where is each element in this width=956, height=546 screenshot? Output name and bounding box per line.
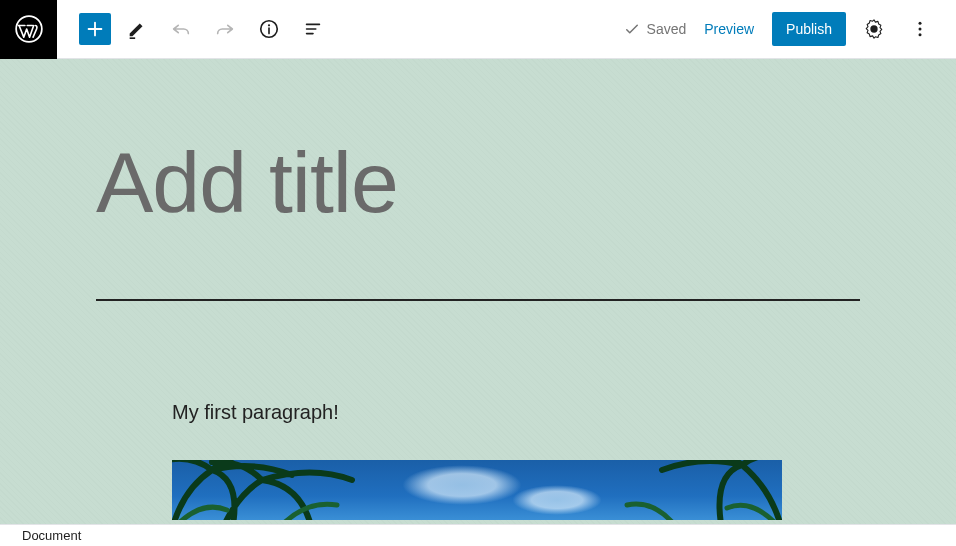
paragraph-block[interactable]: My first paragraph! [172, 401, 956, 424]
wordpress-logo[interactable] [0, 0, 57, 59]
preview-button[interactable]: Preview [696, 21, 762, 37]
svg-point-4 [919, 28, 922, 31]
editor-canvas[interactable]: Add title My first paragraph! [0, 59, 956, 524]
svg-point-2 [268, 24, 270, 26]
editor-toolbar: Saved Preview Publish [0, 0, 956, 59]
title-placeholder[interactable]: Add title [96, 139, 956, 225]
publish-button[interactable]: Publish [772, 12, 846, 46]
outline-button[interactable] [295, 11, 331, 47]
more-vertical-icon [910, 19, 930, 39]
details-button[interactable] [251, 11, 287, 47]
undo-button[interactable] [163, 11, 199, 47]
gear-icon [863, 18, 885, 40]
svg-point-3 [919, 22, 922, 25]
saved-label: Saved [647, 21, 687, 37]
cloud-shape [402, 465, 522, 505]
palm-shape [172, 460, 382, 520]
pencil-icon [126, 18, 148, 40]
breadcrumb[interactable]: Document [22, 528, 81, 543]
check-icon [623, 20, 641, 38]
editor-footer: Document [0, 524, 956, 546]
info-icon [258, 18, 280, 40]
toolbar-left-group [57, 11, 331, 47]
palm-shape [612, 460, 782, 520]
redo-icon [214, 18, 236, 40]
settings-button[interactable] [856, 11, 892, 47]
undo-icon [170, 18, 192, 40]
svg-point-5 [919, 33, 922, 36]
separator-block[interactable] [96, 299, 860, 301]
post-title-block[interactable]: Add title [0, 59, 956, 225]
toolbar-right-group: Saved Preview Publish [623, 11, 956, 47]
list-view-icon [302, 18, 324, 40]
cloud-shape [512, 485, 602, 515]
add-block-button[interactable] [79, 13, 111, 45]
save-status: Saved [623, 20, 687, 38]
redo-button[interactable] [207, 11, 243, 47]
more-options-button[interactable] [902, 11, 938, 47]
plus-icon [84, 18, 106, 40]
wordpress-icon [15, 15, 43, 43]
image-block[interactable] [172, 460, 782, 520]
edit-mode-button[interactable] [119, 11, 155, 47]
